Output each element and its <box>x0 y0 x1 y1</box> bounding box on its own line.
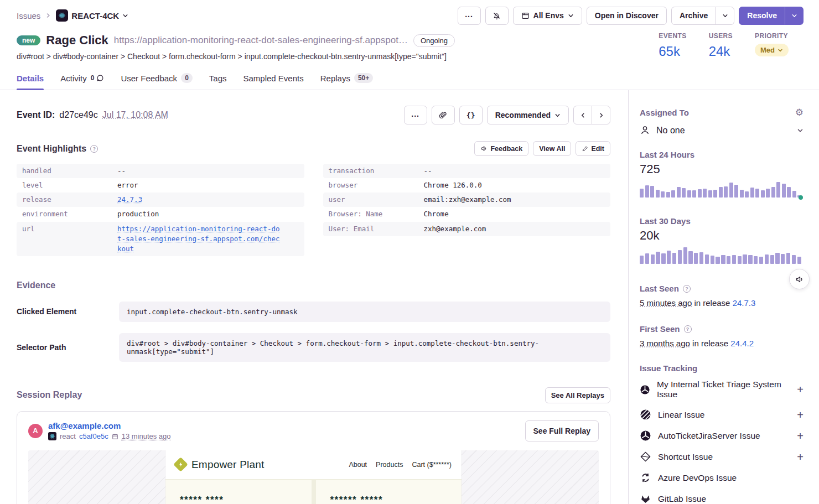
add-issue-button[interactable]: + <box>797 430 804 441</box>
replay-nav-about: About <box>349 461 367 469</box>
see-full-replay-button[interactable]: See Full Replay <box>525 420 599 441</box>
event-more-button[interactable]: ... <box>404 106 427 124</box>
issue-tracking-title: Issue Tracking <box>640 363 804 373</box>
json-button[interactable]: {} <box>459 106 483 124</box>
tab-replays[interactable]: Replays50+ <box>320 71 374 90</box>
edit-button[interactable]: Edit <box>576 141 610 156</box>
issue-subtitle-url: https://application-monitoring-react-dot… <box>114 35 408 46</box>
issue-tracking-item[interactable]: Azure DevOps Issue <box>640 472 804 484</box>
assignee-dropdown[interactable]: No one <box>640 125 804 136</box>
tab-details[interactable]: Details <box>17 71 44 90</box>
events-sparkline-24h <box>640 181 801 198</box>
add-issue-button[interactable]: + <box>797 409 804 420</box>
priority-value: Med <box>760 46 775 54</box>
see-all-replays-button[interactable]: See All Replays <box>545 387 610 403</box>
open-in-discover-button[interactable]: Open in Discover <box>587 7 667 25</box>
archive-button[interactable]: Archive <box>671 7 716 25</box>
chevron-down-icon <box>797 127 804 134</box>
stat-users-value[interactable]: 24k <box>709 44 733 59</box>
replay-user-email-link[interactable]: afk@example.com <box>48 421 171 430</box>
assigned-to-title: Assigned To <box>640 108 689 117</box>
person-icon <box>640 125 650 136</box>
first-seen-time[interactable]: 3 months ago <box>640 339 690 348</box>
issue-sidebar: Assigned To ⚙ No one Last 24 Hours 725 L… <box>628 90 819 504</box>
last-seen-value: 5 minutes ago in release 24.7.3 <box>640 298 804 308</box>
replay-product-card: ***** **** *** **** **** *** ******* Add… <box>165 480 312 504</box>
gear-icon[interactable]: ⚙ <box>795 108 804 117</box>
selector-path-value: div#root > div#body-container > Checkout… <box>119 333 610 362</box>
replay-time-ago[interactable]: 13 minutes ago <box>122 432 171 440</box>
first-seen-release-link[interactable]: 24.4.2 <box>730 339 754 348</box>
stat-events-label: EVENTS <box>659 32 686 40</box>
chevron-down-icon <box>568 13 574 19</box>
tab-user-feedback[interactable]: User Feedback0 <box>121 71 192 90</box>
breadcrumb: Issues REACT-4CK <box>17 9 128 22</box>
replay-nav-products: Products <box>376 461 403 469</box>
chevron-down-icon <box>722 13 728 19</box>
event-timestamp[interactable]: Jul 17, 10:08 AM <box>102 110 168 120</box>
priority-dropdown[interactable]: Med <box>755 44 789 56</box>
event-navigation-dropdown[interactable]: Recommended <box>487 106 569 124</box>
add-issue-button[interactable]: + <box>797 451 804 463</box>
session-replay-title: Session Replay <box>17 390 82 400</box>
assignee-value: No one <box>656 126 685 136</box>
calendar-icon <box>112 433 118 440</box>
event-navigation-label: Recommended <box>495 111 551 119</box>
tab-sampled-events[interactable]: Sampled Events <box>243 71 304 90</box>
feedback-button[interactable]: Feedback <box>474 141 528 156</box>
view-all-button[interactable]: View All <box>533 141 571 156</box>
ellipsis-icon: ... <box>465 10 473 19</box>
help-icon[interactable]: ? <box>684 325 692 333</box>
issue-tracking-item[interactable]: Shortcut Issue + <box>640 451 804 463</box>
resolve-split-button: Resolve <box>739 7 804 25</box>
kv-row: levelerror <box>17 178 304 193</box>
replay-viewport[interactable]: Empower Plant About Products Cart ($****… <box>28 450 599 504</box>
last-seen-release-link[interactable]: 24.7.3 <box>733 298 756 308</box>
mute-alerts-button[interactable] <box>485 7 509 25</box>
previous-event-button[interactable] <box>573 106 592 124</box>
resolve-dropdown-button[interactable] <box>785 7 804 25</box>
kv-row: urlhttps://application-monitoring-react-… <box>17 222 304 256</box>
last-seen-time[interactable]: 5 minutes ago <box>640 298 692 308</box>
last-30-days-title: Last 30 Days <box>640 216 804 226</box>
release-link[interactable]: 24.7.3 <box>117 195 142 205</box>
issue-tracking-item[interactable]: AutoTicketJiraServer Issue + <box>640 430 804 441</box>
event-details-main: Event ID: d27ce49c Jul 17, 10:08 AM ... … <box>0 90 628 504</box>
archive-dropdown-button[interactable] <box>716 7 734 25</box>
comment-icon <box>96 74 104 82</box>
replay-meta: react c5af0e5c 13 minutes ago <box>48 432 171 440</box>
megaphone-icon <box>795 275 804 284</box>
react-project-icon <box>48 432 56 440</box>
replay-id-link[interactable]: c5af0e5c <box>79 432 108 440</box>
issue-tracking-item[interactable]: Linear Issue + <box>640 409 804 420</box>
tab-activity[interactable]: Activity 0 <box>60 71 104 90</box>
breadcrumb-issues-link[interactable]: Issues <box>17 11 40 20</box>
issue-tabs: Details Activity 0 User Feedback0 Tags S… <box>0 65 819 90</box>
help-icon[interactable]: ? <box>683 285 691 293</box>
archive-split-button: Archive <box>671 7 734 25</box>
floating-feedback-button[interactable] <box>789 269 810 289</box>
issue-tracking-item[interactable]: My Internal Ticket Triage System Issue + <box>640 380 804 399</box>
new-badge: new <box>17 35 40 45</box>
environment-filter-button[interactable]: All Envs <box>513 7 582 25</box>
replay-project-name: react <box>60 432 76 440</box>
next-event-button[interactable] <box>592 106 610 124</box>
ellipsis-icon: ... <box>411 110 419 118</box>
add-issue-button[interactable]: + <box>797 384 804 395</box>
more-actions-button[interactable]: ... <box>458 7 481 25</box>
attachments-button[interactable] <box>432 106 455 124</box>
tab-tags[interactable]: Tags <box>209 71 227 90</box>
kv-row: release24.7.3 <box>17 193 304 207</box>
url-link[interactable]: https://application-monitoring-react-dot… <box>117 224 283 254</box>
linear-icon <box>640 409 651 420</box>
evidence-row: Selector Path div#root > div#body-contai… <box>17 333 610 362</box>
highlights-actions: Feedback View All Edit <box>474 141 610 156</box>
project-selector[interactable]: REACT-4CK <box>56 9 128 22</box>
chevron-down-icon <box>791 13 797 19</box>
resolve-button[interactable]: Resolve <box>739 7 785 25</box>
chevron-down-icon <box>777 48 783 53</box>
issue-tracking-item[interactable]: GitLab Issue <box>640 493 804 504</box>
chevron-down-icon <box>554 112 561 118</box>
help-icon[interactable]: ? <box>90 145 98 153</box>
stat-events-value[interactable]: 65k <box>659 44 686 59</box>
